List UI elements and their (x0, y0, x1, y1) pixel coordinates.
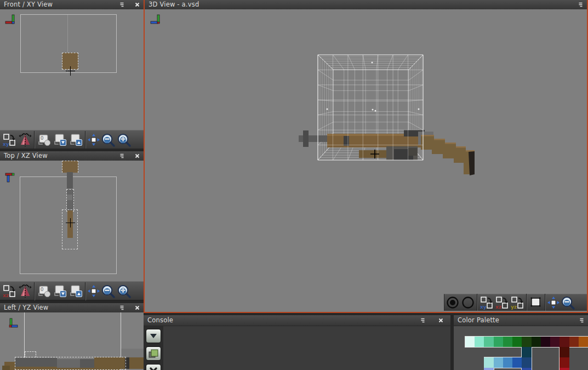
swap-xz-label: xz (495, 304, 501, 310)
zoom-out-button[interactable] (560, 295, 575, 310)
left-view-canvas[interactable] (0, 312, 144, 370)
palette-swatch[interactable] (494, 357, 504, 368)
solid-render-toggle[interactable] (445, 295, 460, 310)
panel-3d-header[interactable]: 3D View - a.vsd (145, 0, 587, 10)
palette-swatch[interactable] (522, 347, 532, 357)
console-toolbar (144, 326, 163, 370)
zoom-out-button[interactable] (100, 282, 116, 300)
top-view-canvas[interactable] (0, 161, 144, 281)
mirror-flip-button[interactable] (17, 282, 33, 300)
toolbar-separator (85, 131, 86, 149)
ghost-layer-label: 0 (41, 135, 43, 141)
voxel-gun-brown-f (129, 357, 144, 369)
palette-swatch[interactable] (579, 337, 588, 347)
layer-insert-below-button[interactable] (52, 282, 68, 300)
selection-rect (62, 209, 78, 249)
panel-top-header[interactable]: Top / XZ View (0, 151, 144, 161)
cursor-crosshair (66, 66, 75, 76)
toolbar-separator (34, 131, 35, 149)
swap-plane-label: xy (3, 141, 9, 147)
front-view-toolbar: xy 0 (0, 130, 144, 149)
palette-swatch[interactable] (560, 357, 569, 368)
undock-icon[interactable] (579, 318, 584, 323)
palette-swatch[interactable] (522, 357, 532, 368)
swap-plane-button[interactable]: xz (1, 282, 17, 300)
panel-top-title: Top / XZ View (4, 151, 48, 161)
mirror-flip-button[interactable] (17, 131, 33, 149)
axis-indicator-xy (5, 14, 16, 25)
bounding-box-toggle[interactable] (528, 295, 544, 310)
palette-body (454, 326, 588, 370)
undock-icon[interactable] (578, 2, 583, 7)
undock-icon[interactable] (420, 318, 425, 323)
palette-swatch[interactable] (494, 337, 504, 347)
console-output[interactable] (144, 326, 450, 370)
close-icon[interactable] (135, 2, 140, 7)
zoom-in-button[interactable] (116, 282, 132, 300)
voxel-editor-window: Front / XY View (0, 0, 588, 370)
panel-front-xy: Front / XY View (0, 0, 144, 149)
wireframe-render-toggle[interactable] (460, 295, 476, 310)
palette-swatch[interactable] (465, 337, 475, 347)
undock-icon[interactable] (119, 2, 124, 7)
palette-swatch[interactable] (475, 337, 484, 347)
palette-swatch[interactable] (503, 357, 513, 368)
voxel-barrel-gray-patch (67, 195, 72, 200)
ghost-layer-button[interactable]: 0 (36, 282, 52, 300)
palette-swatch[interactable] (550, 337, 560, 347)
layers-button[interactable] (146, 346, 161, 361)
voxel-barrel-gray-2 (66, 189, 74, 212)
center-view-button[interactable] (87, 282, 100, 300)
palette-swatch[interactable] (569, 337, 579, 347)
ghost-layer-button[interactable]: 0 (36, 131, 52, 149)
layer-insert-above-button[interactable] (68, 131, 84, 149)
palette-swatch[interactable] (560, 368, 569, 370)
palette-swatch[interactable] (503, 337, 513, 347)
swap-yz-label: yz (511, 304, 517, 310)
layer-insert-below-button[interactable] (52, 131, 68, 149)
zoom-in-button[interactable] (116, 131, 132, 149)
console-header[interactable]: Console (144, 315, 450, 326)
panel-front-header[interactable]: Front / XY View (0, 0, 144, 10)
ghost-layer-label: 0 (41, 287, 43, 292)
palette-header[interactable]: Color Palette (454, 315, 588, 326)
center-view-button[interactable] (87, 131, 100, 149)
palette-swatch[interactable] (484, 337, 494, 347)
undock-icon[interactable] (119, 153, 124, 158)
palette-swatch[interactable] (484, 357, 494, 368)
palette-swatch[interactable] (541, 337, 551, 347)
console-title: Console (147, 315, 173, 326)
palette-swatch[interactable] (484, 368, 494, 370)
palette-swatch[interactable] (512, 357, 522, 368)
voxel-stock-top (62, 161, 78, 173)
close-icon[interactable] (135, 305, 140, 310)
swap-yz-button[interactable]: yz (510, 295, 525, 310)
swap-plane-button[interactable]: xy (1, 131, 17, 149)
palette-swatch[interactable] (522, 368, 532, 370)
swap-xz-button[interactable]: xz (494, 295, 510, 310)
palette-swatch[interactable] (512, 337, 522, 347)
zoom-out-button[interactable] (100, 131, 116, 149)
scene-3d[interactable] (145, 9, 587, 311)
toolbar-separator (545, 294, 546, 311)
close-icon[interactable] (135, 153, 140, 158)
palette-swatch[interactable] (532, 337, 541, 347)
front-view-canvas[interactable] (0, 9, 144, 130)
viewport-3d[interactable]: xy xz (145, 9, 587, 311)
center-view-button[interactable] (547, 295, 560, 310)
palette-swatch[interactable] (560, 337, 569, 347)
layer-insert-above-button[interactable] (68, 282, 84, 300)
panel-left-header[interactable]: Left / YZ View (0, 303, 144, 313)
scroll-to-bottom-button[interactable] (146, 329, 161, 343)
panel-3d-title: 3D View - a.vsd (149, 0, 199, 9)
swap-xy-button[interactable]: xy (479, 295, 494, 310)
panel-console: Console (144, 315, 450, 370)
panel-left-yz: Left / YZ View (0, 303, 144, 370)
palette-swatch[interactable] (522, 337, 532, 347)
palette-swatch-grid (465, 337, 588, 370)
undock-icon[interactable] (119, 305, 124, 310)
clear-console-button[interactable] (146, 364, 161, 370)
close-icon[interactable] (438, 318, 443, 323)
viewport-3d-toolbar: xy xz (444, 294, 587, 311)
palette-swatch[interactable] (560, 347, 569, 357)
